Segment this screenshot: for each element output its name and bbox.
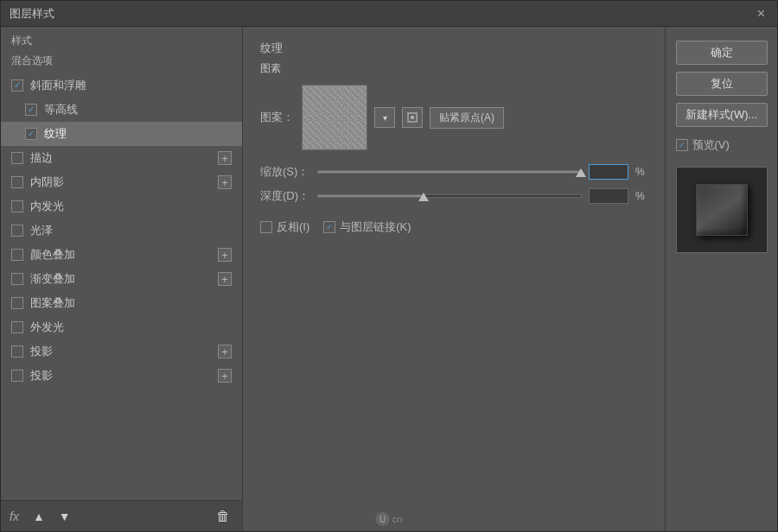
gradient-overlay-label: 渐变叠加 — [30, 271, 75, 287]
stroke-add-button[interactable]: + — [218, 151, 232, 165]
sidebar-item-contour[interactable]: 等高线 — [1, 98, 242, 122]
pattern-row: 图案： ▾ 贴紧原点(A) — [260, 85, 647, 150]
bevel-label: 斜面和浮雕 — [30, 78, 86, 93]
subsection-title: 图素 — [260, 61, 647, 76]
preview-checkbox[interactable] — [676, 139, 688, 151]
gradient-overlay-add-button[interactable]: + — [218, 272, 232, 286]
depth-slider[interactable] — [317, 194, 582, 198]
sidebar-item-texture[interactable]: 纹理 — [1, 122, 242, 146]
scale-row: 缩放(S)： 100 % — [260, 164, 647, 180]
chevron-down-icon: ▾ — [383, 113, 387, 123]
preview-box — [676, 167, 768, 253]
blend-options-header[interactable]: 混合选项 — [1, 52, 242, 73]
layer-effects-list: 斜面和浮雕 等高线 纹理 描边 + — [1, 73, 242, 500]
stroke-label: 描边 — [30, 150, 53, 166]
depth-input[interactable]: +25 — [589, 188, 628, 204]
ok-button[interactable]: 确定 — [676, 41, 768, 65]
watermark-text: cn — [392, 514, 403, 524]
move-up-button[interactable]: ▲ — [29, 508, 48, 525]
outer-glow-label: 外发光 — [30, 320, 64, 335]
preview-label: 预览(V) — [692, 137, 730, 153]
color-overlay-checkbox[interactable] — [11, 249, 23, 261]
watermark: U cn — [376, 512, 403, 526]
satin-checkbox[interactable] — [11, 225, 23, 237]
preview-inner — [677, 168, 767, 252]
satin-label: 光泽 — [30, 223, 53, 238]
section-title: 纹理 — [260, 41, 647, 56]
preview-square — [696, 184, 748, 236]
dialog-body: 样式 混合选项 斜面和浮雕 等高线 纹理 — [1, 27, 777, 531]
shadow1-add-button[interactable]: + — [218, 345, 232, 358]
depth-thumb[interactable] — [418, 193, 429, 201]
sidebar-item-bevel[interactable]: 斜面和浮雕 — [1, 73, 242, 98]
pattern-label: 图案： — [260, 110, 295, 125]
texture-label: 纹理 — [44, 126, 67, 142]
title-bar: 图层样式 × — [1, 1, 777, 27]
depth-row: 深度(D)： +25 % — [260, 188, 647, 204]
invert-label: 反相(I) — [277, 219, 309, 235]
snap-to-origin-icon-btn[interactable] — [402, 107, 423, 128]
sidebar-item-shadow1[interactable]: 投影 + — [1, 339, 242, 364]
color-overlay-label: 颜色叠加 — [30, 247, 75, 263]
right-panel: 确定 复位 新建样式(W)... 预览(V) — [665, 27, 777, 531]
shadow2-add-button[interactable]: + — [218, 369, 232, 383]
pattern-preview — [302, 85, 367, 150]
anchor-icon — [406, 111, 418, 124]
stroke-checkbox[interactable] — [11, 152, 23, 164]
left-panel: 样式 混合选项 斜面和浮雕 等高线 纹理 — [1, 27, 243, 531]
pattern-overlay-label: 图案叠加 — [30, 295, 75, 311]
pattern-dropdown[interactable]: ▾ — [374, 107, 395, 128]
scale-label: 缩放(S)： — [260, 164, 310, 180]
sidebar-item-satin[interactable]: 光泽 — [1, 218, 242, 243]
depth-fill — [318, 195, 424, 197]
new-style-button[interactable]: 新建样式(W)... — [676, 103, 768, 127]
invert-checkbox[interactable] — [260, 221, 272, 233]
depth-unit: % — [635, 190, 647, 202]
shadow1-label: 投影 — [30, 344, 53, 359]
sidebar-item-inner-shadow[interactable]: 内阴影 + — [1, 170, 242, 194]
close-button[interactable]: × — [754, 5, 768, 22]
inner-glow-checkbox[interactable] — [11, 200, 23, 212]
invert-option[interactable]: 反相(I) — [260, 219, 309, 235]
bevel-checkbox[interactable] — [11, 79, 23, 92]
pattern-overlay-checkbox[interactable] — [11, 297, 23, 309]
move-down-button[interactable]: ▼ — [55, 508, 74, 525]
shadow2-checkbox[interactable] — [11, 370, 23, 382]
inner-glow-label: 内发光 — [30, 199, 64, 214]
sidebar-item-outer-glow[interactable]: 外发光 — [1, 315, 242, 339]
inner-shadow-checkbox[interactable] — [11, 176, 23, 188]
sidebar-item-color-overlay[interactable]: 颜色叠加 + — [1, 243, 242, 267]
sidebar-item-gradient-overlay[interactable]: 渐变叠加 + — [1, 267, 242, 291]
scale-input[interactable]: 100 — [589, 164, 628, 180]
sidebar-item-pattern-overlay[interactable]: 图案叠加 — [1, 291, 242, 315]
scale-slider[interactable] — [317, 170, 582, 174]
contour-label: 等高线 — [44, 102, 78, 117]
scale-unit: % — [635, 166, 647, 178]
scale-fill — [318, 171, 581, 173]
main-content: 纹理 图素 图案： ▾ 贴紧原点(A) — [243, 27, 665, 531]
layer-style-dialog: 图层样式 × 样式 混合选项 斜面和浮雕 等高线 — [0, 0, 778, 532]
snap-origin-button[interactable]: 贴紧原点(A) — [430, 107, 504, 129]
sidebar-item-shadow2[interactable]: 投影 + — [1, 364, 242, 388]
outer-glow-checkbox[interactable] — [11, 321, 23, 333]
scale-thumb[interactable] — [576, 168, 586, 177]
sidebar-item-inner-glow[interactable]: 内发光 — [1, 194, 242, 218]
fx-label: fx — [10, 510, 19, 523]
inner-shadow-add-button[interactable]: + — [218, 175, 232, 189]
texture-checkbox[interactable] — [25, 128, 37, 140]
link-checkbox[interactable] — [323, 221, 335, 233]
contour-checkbox[interactable] — [25, 104, 37, 116]
color-overlay-add-button[interactable]: + — [218, 248, 232, 262]
watermark-icon: U — [376, 512, 390, 526]
styles-header: 样式 — [1, 27, 242, 52]
shadow2-label: 投影 — [30, 368, 53, 383]
shadow1-checkbox[interactable] — [11, 345, 23, 358]
delete-button[interactable]: 🗑 — [213, 507, 233, 526]
link-option[interactable]: 与图层链接(K) — [323, 219, 411, 235]
gradient-overlay-checkbox[interactable] — [11, 273, 23, 285]
reset-button[interactable]: 复位 — [676, 72, 768, 96]
pattern-texture — [303, 86, 367, 150]
sidebar-item-stroke[interactable]: 描边 + — [1, 146, 242, 170]
left-panel-footer: fx ▲ ▼ 🗑 — [1, 500, 242, 531]
svg-rect-1 — [411, 116, 414, 119]
